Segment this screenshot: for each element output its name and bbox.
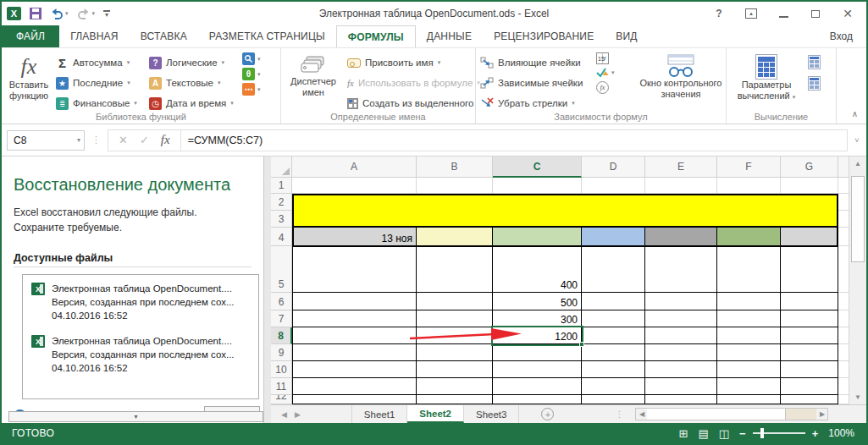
cell-A4[interactable]: 13 ноя bbox=[292, 228, 417, 246]
cell-C5[interactable]: 400 bbox=[493, 246, 582, 293]
zoom-slider[interactable] bbox=[753, 432, 805, 434]
cell-B11[interactable] bbox=[417, 378, 493, 395]
cell-E6[interactable] bbox=[645, 293, 717, 310]
show-formulas-button[interactable]: 15 f bbox=[596, 52, 615, 64]
cell-A9[interactable] bbox=[292, 344, 417, 361]
zoom-slider-thumb[interactable] bbox=[760, 428, 764, 438]
cell-D8[interactable] bbox=[582, 327, 645, 344]
lookup-reference-button[interactable]: ▾ bbox=[242, 52, 261, 65]
more-functions-button[interactable]: ⋯▾ bbox=[242, 83, 261, 96]
row-header-6[interactable]: 6 bbox=[271, 293, 292, 310]
sheet-nav-prev-icon[interactable]: ◀ bbox=[281, 410, 287, 419]
column-header-D[interactable]: D bbox=[582, 157, 645, 178]
tab-formulas[interactable]: ФОРМУЛЫ bbox=[336, 25, 416, 47]
datetime-functions-button[interactable]: ◷ Дата и время▾ bbox=[149, 93, 234, 113]
cell-D9[interactable] bbox=[582, 344, 645, 361]
row-header-12[interactable]: 12 bbox=[271, 395, 292, 404]
cell-D6[interactable] bbox=[582, 293, 645, 310]
cell-C1[interactable] bbox=[493, 178, 582, 194]
column-header-A[interactable]: A bbox=[292, 157, 417, 178]
error-checking-button[interactable]: ▾ bbox=[596, 67, 615, 79]
row-header-11[interactable]: 11 bbox=[271, 378, 292, 395]
cell-E9[interactable] bbox=[645, 344, 717, 361]
sheet-nav-next-icon[interactable]: ▶ bbox=[295, 410, 301, 419]
recovery-pane-splitter[interactable]: ▼ bbox=[8, 411, 263, 422]
cell-A5[interactable] bbox=[292, 246, 417, 293]
cell-B7[interactable] bbox=[417, 310, 493, 327]
horizontal-scroll-track[interactable] bbox=[786, 409, 816, 420]
cell-D1[interactable] bbox=[582, 178, 645, 194]
undo-dropdown-icon[interactable]: ▾ bbox=[65, 10, 69, 17]
help-icon[interactable]: ? bbox=[712, 7, 726, 20]
cell-E7[interactable] bbox=[645, 310, 717, 327]
watch-window-button[interactable]: Окно контрольного значения bbox=[639, 51, 723, 100]
cell-G10[interactable] bbox=[781, 361, 838, 378]
zoom-level[interactable]: 100% bbox=[828, 427, 854, 439]
cancel-icon[interactable]: ✕ bbox=[119, 134, 128, 146]
define-name-button[interactable]: Присвоить имя▾ bbox=[347, 52, 480, 73]
cell-E12[interactable] bbox=[645, 395, 717, 404]
cell-D10[interactable] bbox=[582, 361, 645, 378]
scroll-up-icon[interactable]: ▲ bbox=[849, 157, 866, 171]
cell-B5[interactable] bbox=[417, 246, 493, 293]
cell-F5[interactable] bbox=[717, 246, 781, 293]
cell-A12[interactable] bbox=[292, 395, 417, 404]
cell-G3[interactable] bbox=[781, 211, 838, 228]
cell-C10[interactable] bbox=[493, 361, 582, 378]
column-header-E[interactable]: E bbox=[645, 157, 717, 178]
calculation-options-button[interactable]: Параметры вычислений ▾ bbox=[732, 51, 801, 102]
sheet-tab-sheet1[interactable]: Sheet1 bbox=[351, 405, 407, 423]
cell-G1[interactable] bbox=[781, 178, 838, 194]
maximize-button[interactable] bbox=[809, 7, 822, 20]
sheet-tab-sheet3[interactable]: Sheet3 bbox=[464, 405, 519, 423]
cell-A1[interactable] bbox=[292, 178, 417, 194]
cell-G5[interactable] bbox=[781, 246, 838, 293]
evaluate-formula-button[interactable]: fx bbox=[596, 81, 615, 94]
calculate-sheet-button[interactable] bbox=[808, 76, 821, 91]
cell-B6[interactable] bbox=[417, 293, 493, 310]
cell-C12[interactable] bbox=[493, 395, 582, 404]
cell-D7[interactable] bbox=[582, 310, 645, 327]
save-button[interactable] bbox=[30, 8, 41, 19]
select-all-corner[interactable] bbox=[271, 157, 292, 178]
tab-file[interactable]: ФАЙЛ bbox=[2, 25, 59, 47]
redo-dropdown-icon[interactable]: ▾ bbox=[92, 10, 96, 17]
name-box-dropdown-icon[interactable]: ▾ bbox=[77, 136, 80, 144]
page-break-view-icon[interactable]: ◫ bbox=[719, 427, 729, 440]
cell-C7[interactable]: 300 bbox=[493, 310, 582, 327]
cell-B10[interactable] bbox=[417, 361, 493, 378]
tab-page-layout[interactable]: РАЗМЕТКА СТРАНИЦЫ bbox=[198, 25, 336, 47]
insert-function-button[interactable]: fx Вставить функцию bbox=[3, 51, 54, 102]
column-header-B[interactable]: B bbox=[417, 157, 493, 178]
cell-F4[interactable] bbox=[717, 228, 781, 246]
cell-C9[interactable] bbox=[493, 344, 582, 361]
create-from-selection-button[interactable]: Создать из выделенного bbox=[347, 93, 480, 113]
tab-review[interactable]: РЕЦЕНЗИРОВАНИЕ bbox=[483, 25, 605, 47]
recovered-file-item[interactable]: X Электронная таблица OpenDocument.... В… bbox=[31, 282, 255, 322]
new-sheet-icon[interactable]: + bbox=[541, 408, 554, 420]
cell-G4[interactable] bbox=[781, 228, 838, 246]
math-trig-button[interactable]: θ▾ bbox=[242, 68, 261, 80]
cell-G8[interactable] bbox=[781, 327, 838, 344]
cell-C11[interactable] bbox=[493, 378, 582, 395]
cell-F1[interactable] bbox=[717, 178, 781, 194]
row-header-8[interactable]: 8 bbox=[271, 327, 292, 344]
cell-B8[interactable] bbox=[417, 327, 493, 344]
cell-A7[interactable] bbox=[292, 310, 417, 327]
tab-data[interactable]: ДАННЫЕ bbox=[416, 25, 483, 47]
recovered-file-item[interactable]: X Электронная таблица OpenDocument.... В… bbox=[31, 334, 255, 375]
vertical-scrollbar[interactable]: ▲ ▼ bbox=[849, 157, 866, 404]
row-header-9[interactable]: 9 bbox=[271, 344, 292, 361]
column-header-C[interactable]: C bbox=[493, 157, 582, 178]
ribbon-display-options-icon[interactable]: ▴ bbox=[744, 7, 758, 20]
cell-F3[interactable] bbox=[717, 211, 781, 228]
cell-C6[interactable]: 500 bbox=[493, 293, 582, 310]
cell-D4[interactable] bbox=[582, 228, 645, 246]
cell-E10[interactable] bbox=[645, 361, 717, 378]
cell-B4[interactable] bbox=[417, 228, 493, 246]
cell-D5[interactable] bbox=[582, 246, 645, 293]
formula-bar-expand-icon[interactable]: ˅ bbox=[848, 136, 866, 145]
text-functions-button[interactable]: A Текстовые▾ bbox=[149, 73, 234, 93]
cell-E2[interactable] bbox=[645, 194, 717, 211]
cell-F6[interactable] bbox=[717, 293, 781, 310]
